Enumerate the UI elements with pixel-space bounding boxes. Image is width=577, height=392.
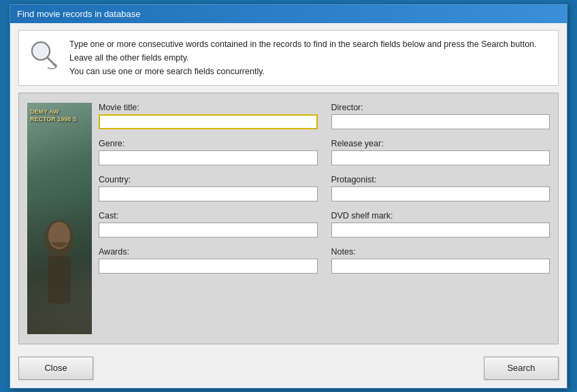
protagonist-group: Protagonist: xyxy=(331,175,550,201)
genre-group: Genre: xyxy=(99,139,318,165)
instruction-line1: Type one or more consecutive words conta… xyxy=(69,37,537,51)
director-label: Director: xyxy=(331,103,550,112)
instruction-line2: Leave all the other fields empty. xyxy=(69,51,537,65)
notes-group: Notes: xyxy=(331,247,550,274)
svg-rect-4 xyxy=(48,256,71,304)
dvd-shelf-mark-label: DVD shelf mark: xyxy=(331,211,550,220)
protagonist-input[interactable] xyxy=(331,186,550,201)
director-group: Director: xyxy=(331,103,550,129)
thumbnail-image: DEMY AW RECTOR 1998 S xyxy=(27,103,92,334)
awards-group: Awards: xyxy=(99,247,318,274)
find-movie-dialog: Find movie records in database Type one … xyxy=(10,4,567,389)
cast-input[interactable] xyxy=(99,223,318,238)
magnifier-icon xyxy=(27,37,61,71)
form-area: Movie title: Director: Genre: Release ye… xyxy=(99,103,550,334)
form-row-4: Cast: DVD shelf mark: xyxy=(99,211,550,238)
movie-thumbnail: DEMY AW RECTOR 1998 S xyxy=(27,103,92,334)
country-label: Country: xyxy=(99,175,318,184)
button-bar: Close Search xyxy=(10,351,567,388)
movie-title-group: Movie title: xyxy=(99,103,318,129)
title-bar-label: Find movie records in database xyxy=(17,9,140,19)
notes-input[interactable] xyxy=(331,259,550,274)
form-row-3: Country: Protagonist: xyxy=(99,175,550,201)
svg-line-2 xyxy=(48,58,56,66)
thumbnail-overlay-text: DEMY AW RECTOR 1998 S xyxy=(30,108,77,124)
close-button[interactable]: Close xyxy=(18,357,93,380)
release-year-input[interactable] xyxy=(331,150,550,165)
form-row-5: Awards: Notes: xyxy=(99,247,550,274)
face-silhouette xyxy=(34,198,85,321)
search-button[interactable]: Search xyxy=(484,357,559,380)
genre-label: Genre: xyxy=(99,139,318,148)
title-bar: Find movie records in database xyxy=(10,5,567,23)
instruction-text-block: Type one or more consecutive words conta… xyxy=(69,37,537,78)
director-input[interactable] xyxy=(331,114,550,129)
release-year-group: Release year: xyxy=(331,139,550,165)
notes-label: Notes: xyxy=(331,247,550,257)
instruction-area: Type one or more consecutive words conta… xyxy=(18,30,559,86)
country-input[interactable] xyxy=(99,186,318,201)
awards-input[interactable] xyxy=(99,259,318,274)
svg-point-1 xyxy=(33,44,48,59)
country-group: Country: xyxy=(99,175,318,201)
protagonist-label: Protagonist: xyxy=(331,175,550,184)
main-panel: DEMY AW RECTOR 1998 S Movie title: xyxy=(18,93,559,344)
awards-label: Awards: xyxy=(99,247,318,257)
form-row-2: Genre: Release year: xyxy=(99,139,550,165)
form-row-1: Movie title: Director: xyxy=(99,103,550,129)
movie-title-label: Movie title: xyxy=(99,103,318,112)
movie-title-input[interactable] xyxy=(99,114,318,129)
magnifier-svg xyxy=(29,39,60,70)
dvd-shelf-mark-group: DVD shelf mark: xyxy=(331,211,550,238)
genre-input[interactable] xyxy=(99,150,318,165)
instruction-line3: You can use one or more search fields co… xyxy=(69,65,537,78)
cast-label: Cast: xyxy=(99,211,318,220)
dvd-shelf-mark-input[interactable] xyxy=(331,223,550,238)
release-year-label: Release year: xyxy=(331,139,550,148)
cast-group: Cast: xyxy=(99,211,318,238)
